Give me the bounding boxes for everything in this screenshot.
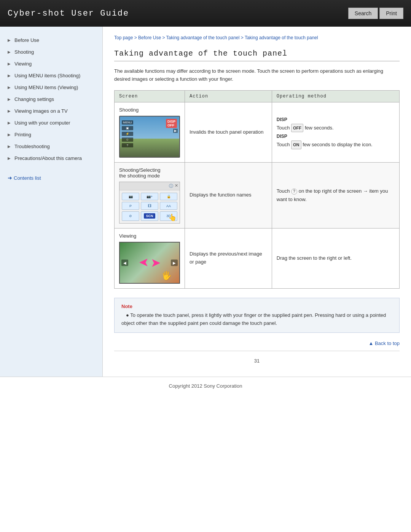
chevron-right-icon: ▶ bbox=[8, 85, 11, 89]
swipe-arrows: ➤ ➤ bbox=[139, 256, 160, 269]
circle-question-icon: ? bbox=[291, 189, 297, 195]
intro-text: The available functions may differ accor… bbox=[114, 67, 400, 83]
arrow-right-pink: ➤ bbox=[151, 256, 160, 269]
mode-top-bar: ⓘ ✕ bbox=[119, 182, 180, 190]
table-row: Viewing ◀ ➤ ➤ 🖐 ▶ bbox=[115, 228, 400, 288]
col-header-op-method: Operating method bbox=[272, 90, 399, 102]
mode-icon-3: 🔒 bbox=[160, 193, 177, 201]
header: Cyber-shot User Guide Search Print bbox=[0, 0, 411, 27]
disp-off-label: DISP bbox=[277, 117, 287, 122]
mode-close-icon: ✕ bbox=[175, 183, 178, 189]
footer-divider bbox=[114, 351, 400, 351]
contents-list-link[interactable]: ➜ Contents list bbox=[0, 170, 102, 184]
cell-op-3: Drag the screen to the right or left. bbox=[272, 228, 399, 288]
chevron-right-icon: ▶ bbox=[8, 133, 11, 137]
chevron-right-icon: ▶ bbox=[8, 109, 11, 113]
table-row: Shooting MENU ▣ ⚡ ☺ ? bbox=[115, 102, 400, 162]
main-content: Top page > Before Use > Taking advantage… bbox=[103, 27, 411, 377]
mode-help-icon: ⓘ bbox=[169, 183, 173, 189]
arrow-left-pink: ➤ bbox=[139, 256, 148, 269]
breadcrumb-beforeuse[interactable]: Before Use bbox=[138, 35, 161, 40]
search-button[interactable]: Search bbox=[348, 8, 378, 19]
table-row: Shooting/Selectingthe shooting mode ⓘ ✕ … bbox=[115, 162, 400, 228]
mode-icon-circle: ⊘ bbox=[122, 211, 139, 221]
breadcrumb-touchpanel2[interactable]: Taking advantage of the touch panel bbox=[245, 35, 318, 40]
icon-flash: ⚡ bbox=[122, 132, 133, 136]
app-title: Cyber-shot User Guide bbox=[8, 9, 129, 18]
disp-on-label: DISP bbox=[277, 134, 287, 139]
sidebar-item-precautions[interactable]: ▶ Precautions/About this camera bbox=[0, 152, 102, 164]
on-badge: ON bbox=[291, 141, 301, 149]
note-title: Note bbox=[121, 304, 392, 309]
layout: ▶ Before Use ▶ Shooting ▶ Viewing ▶ Usin… bbox=[0, 27, 411, 377]
screen-image-shooting: MENU ▣ ⚡ ☺ ? DISPOFF ▶ bbox=[119, 116, 180, 158]
icon-menu: MENU bbox=[122, 120, 133, 125]
chevron-right-icon: ▶ bbox=[8, 62, 11, 66]
chevron-right-icon: ▶ bbox=[8, 121, 11, 125]
mode-icon-1: 📷 bbox=[122, 193, 139, 201]
back-to-top-row: ▲ Back to top bbox=[114, 340, 400, 346]
finger-gesture-icon: 👆 bbox=[168, 213, 177, 222]
features-table: Screen Action Operating method Shooting bbox=[114, 90, 400, 289]
sidebar-item-menu-viewing[interactable]: ▶ Using MENU items (Viewing) bbox=[0, 81, 102, 93]
screen-image-viewing: ◀ ➤ ➤ 🖐 ▶ bbox=[119, 242, 180, 284]
right-icons: ▶ bbox=[173, 129, 178, 133]
cell-screen-3: Viewing ◀ ➤ ➤ 🖐 ▶ bbox=[115, 228, 185, 288]
chevron-right-icon: ▶ bbox=[8, 38, 11, 42]
off-badge: OFF bbox=[291, 124, 303, 133]
page-title: Taking advantage of the touch panel bbox=[114, 49, 400, 61]
screen-icons-left: MENU ▣ ⚡ ☺ ? bbox=[122, 120, 133, 147]
chevron-right-icon: ▶ bbox=[8, 144, 11, 149]
page-number: 31 bbox=[114, 354, 400, 365]
note-box: Note ● To operate the touch panel, press… bbox=[114, 298, 400, 333]
mode-icon-2: 📷+ bbox=[141, 193, 158, 201]
copyright-text: Copyright 2012 Sony Corporation bbox=[169, 383, 242, 389]
chevron-right-icon: ▶ bbox=[8, 73, 11, 78]
cell-screen-1: Shooting MENU ▣ ⚡ ☺ ? bbox=[115, 102, 185, 162]
cell-action-1: Invalids the touch panel operation bbox=[185, 102, 272, 162]
sidebar-item-computer[interactable]: ▶ Using with your computer bbox=[0, 117, 102, 129]
breadcrumb-touchpanel1[interactable]: Taking advantage of the touch panel bbox=[166, 35, 240, 40]
mode-icon-scn: SCN bbox=[141, 211, 158, 221]
sidebar-item-shooting[interactable]: ▶ Shooting bbox=[0, 46, 102, 58]
sidebar-item-troubleshooting[interactable]: ▶ Troubleshooting bbox=[0, 141, 102, 152]
screen-image-mode: ⓘ ✕ 📷 📷+ 🔒 P 🎞 AA ⊘ SC bbox=[119, 182, 180, 224]
finger-swipe-icon: 🖐 bbox=[161, 271, 172, 281]
note-text: ● To operate the touch panel, press it l… bbox=[121, 312, 392, 328]
sidebar: ▶ Before Use ▶ Shooting ▶ Viewing ▶ Usin… bbox=[0, 27, 103, 377]
chevron-right-icon: ▶ bbox=[8, 50, 11, 54]
chevron-right-icon: ▶ bbox=[8, 97, 11, 101]
sidebar-item-menu-shooting[interactable]: ▶ Using MENU items (Shooting) bbox=[0, 70, 102, 81]
cell-action-2: Displays the function names bbox=[185, 162, 272, 228]
chevron-right-icon: ▶ bbox=[8, 156, 11, 160]
cell-screen-2: Shooting/Selectingthe shooting mode ⓘ ✕ … bbox=[115, 162, 185, 228]
col-header-screen: Screen bbox=[115, 90, 185, 102]
sidebar-item-printing[interactable]: ▶ Printing bbox=[0, 129, 102, 141]
cell-op-2: Touch ? on the top right of the screen →… bbox=[272, 162, 399, 228]
mode-icon-p: P bbox=[122, 202, 139, 210]
sidebar-item-changing-settings[interactable]: ▶ Changing settings bbox=[0, 93, 102, 105]
sidebar-item-viewing[interactable]: ▶ Viewing bbox=[0, 58, 102, 70]
contents-link-container: ➜ Contents list bbox=[0, 170, 102, 184]
cell-action-3: Displays the previous/next image or page bbox=[185, 228, 272, 288]
arrow-right-icon: ➜ bbox=[8, 175, 12, 181]
breadcrumb-toppage[interactable]: Top page bbox=[114, 35, 133, 40]
disp-badge: DISPOFF bbox=[166, 119, 177, 128]
footer: Copyright 2012 Sony Corporation bbox=[0, 377, 411, 395]
up-arrow-icon: ▲ bbox=[368, 340, 374, 346]
header-buttons: Search Print bbox=[348, 8, 403, 19]
icon-face: ☺ bbox=[122, 137, 133, 142]
col-header-action: Action bbox=[185, 90, 272, 102]
sidebar-item-before-use[interactable]: ▶ Before Use bbox=[0, 34, 102, 46]
cell-op-1: DISP Touch OFF few seconds. DISP Touch O… bbox=[272, 102, 399, 162]
breadcrumb: Top page > Before Use > Taking advantage… bbox=[114, 34, 400, 42]
nav-right-icon: ▶ bbox=[171, 259, 178, 266]
sidebar-item-viewing-tv[interactable]: ▶ Viewing images on a TV bbox=[0, 105, 102, 117]
nav-left-icon: ◀ bbox=[121, 259, 128, 266]
print-button[interactable]: Print bbox=[379, 8, 403, 19]
back-to-top-link[interactable]: ▲ Back to top bbox=[368, 340, 400, 346]
mode-icon-aa: AA bbox=[160, 202, 177, 210]
icon-size: ▣ bbox=[122, 126, 133, 130]
mode-icon-film: 🎞 bbox=[141, 202, 158, 210]
icon-question: ? bbox=[122, 143, 133, 147]
